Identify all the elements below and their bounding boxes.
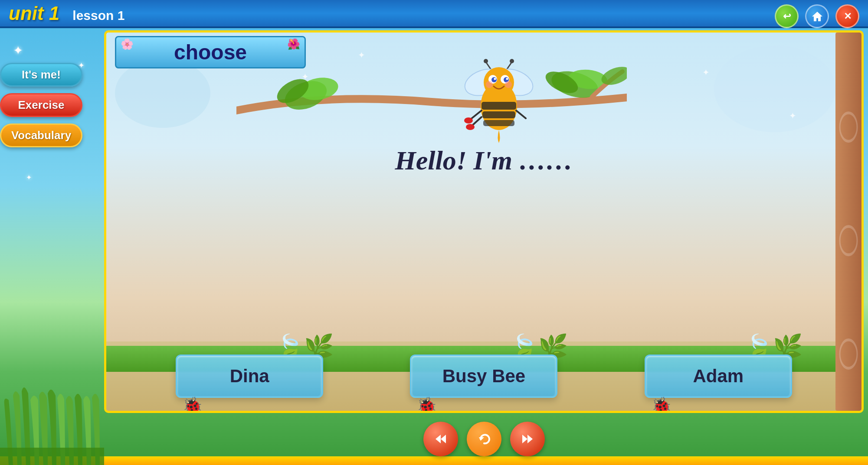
svg-point-25 bbox=[505, 81, 512, 88]
scene-sparkle-3: ✦ bbox=[789, 111, 796, 121]
svg-marker-38 bbox=[527, 435, 533, 443]
adam-answer-wrapper: 🍃🌿 Adam 🐞 bbox=[645, 354, 792, 398]
svg-line-27 bbox=[472, 117, 481, 126]
svg-rect-16 bbox=[483, 120, 514, 126]
vocabulary-button[interactable]: Vocabulary bbox=[0, 124, 82, 147]
choose-label: choose bbox=[174, 40, 247, 64]
hello-text: Hello! I'm …… bbox=[395, 145, 573, 176]
ladybug-deco-1: 🐞 bbox=[182, 396, 203, 413]
dina-answer-wrapper: 🍃🌿 Dina 🐞 bbox=[176, 354, 323, 398]
forward-button[interactable] bbox=[510, 422, 545, 456]
svg-point-31 bbox=[840, 113, 857, 141]
sky-decoration-left bbox=[115, 59, 210, 128]
adam-answer-button[interactable]: Adam bbox=[645, 354, 792, 398]
svg-marker-34 bbox=[436, 435, 441, 443]
svg-marker-37 bbox=[522, 435, 527, 443]
refresh-button[interactable] bbox=[467, 422, 501, 456]
home-button[interactable] bbox=[805, 4, 829, 28]
sidebar: It's me! Exercise Vocabulary bbox=[0, 28, 102, 465]
choose-banner: 🌸 choose 🌺 bbox=[115, 36, 306, 68]
svg-point-22 bbox=[494, 78, 496, 80]
rewind-button[interactable] bbox=[423, 422, 458, 456]
svg-rect-15 bbox=[482, 111, 515, 118]
close-button[interactable]: ✕ bbox=[835, 4, 859, 28]
svg-point-32 bbox=[840, 226, 857, 254]
svg-point-8 bbox=[484, 59, 488, 63]
svg-point-24 bbox=[486, 81, 493, 88]
svg-point-20 bbox=[491, 77, 497, 82]
header-controls: ↩ ✕ bbox=[775, 4, 859, 28]
ladybug-deco-3: 🐞 bbox=[651, 396, 671, 413]
answer-buttons-container: 🍃🌿 Dina 🐞 🍃🌿 Busy Bee 🐞 🍃🌿 Adam 🐞 bbox=[106, 354, 861, 398]
lesson-label: lesson 1 bbox=[72, 8, 124, 23]
busybee-answer-button[interactable]: Busy Bee bbox=[410, 354, 557, 398]
svg-rect-14 bbox=[481, 102, 516, 110]
exercise-button[interactable]: Exercise bbox=[0, 93, 82, 117]
bee-character bbox=[455, 59, 542, 145]
svg-marker-36 bbox=[479, 437, 484, 441]
sky-decoration-right bbox=[714, 46, 835, 132]
bottom-navigation bbox=[104, 419, 864, 458]
tree-branch bbox=[236, 59, 627, 128]
main-content-area: ✦ ✦ ✦ ✦ 🌸 choose 🌺 bbox=[104, 30, 864, 413]
svg-point-30 bbox=[466, 124, 475, 130]
unit-label: unit 1 bbox=[9, 3, 59, 24]
svg-line-28 bbox=[516, 111, 526, 118]
svg-point-29 bbox=[464, 117, 473, 124]
banner-flower-right: 🌺 bbox=[287, 38, 300, 50]
svg-point-10 bbox=[510, 59, 514, 63]
header-bar: unit 1 lesson 1 ↩ ✕ bbox=[0, 0, 868, 28]
dina-answer-button[interactable]: Dina bbox=[176, 354, 323, 398]
ladybug-deco-2: 🐞 bbox=[416, 396, 437, 413]
back-button[interactable]: ↩ bbox=[775, 4, 799, 28]
busybee-answer-wrapper: 🍃🌿 Busy Bee 🐞 bbox=[410, 354, 557, 398]
svg-marker-35 bbox=[441, 435, 446, 443]
itsme-button[interactable]: It's me! bbox=[0, 63, 82, 87]
banner-flower-left: 🌸 bbox=[121, 38, 134, 50]
header-title: unit 1 lesson 1 bbox=[9, 3, 124, 24]
svg-point-23 bbox=[506, 78, 508, 80]
scene-sparkle-4: ✦ bbox=[702, 67, 710, 78]
